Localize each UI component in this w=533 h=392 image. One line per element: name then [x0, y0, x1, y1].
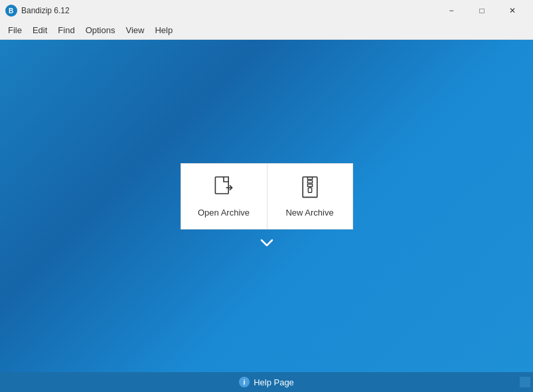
- title-left: B Bandizip 6.12: [5, 5, 70, 17]
- menu-view[interactable]: View: [120, 23, 149, 38]
- svg-rect-8: [308, 188, 311, 192]
- window-controls: − □ ✕: [436, 0, 528, 21]
- title-bar: B Bandizip 6.12 − □ ✕: [0, 0, 533, 21]
- title-text: Bandizip 6.12: [21, 6, 70, 15]
- maximize-button[interactable]: □: [467, 0, 497, 21]
- help-page-text: Help Page: [254, 377, 294, 387]
- close-button[interactable]: ✕: [497, 0, 528, 21]
- new-archive-icon: [297, 174, 323, 201]
- menu-bar: File Edit Find Options View Help: [0, 21, 533, 40]
- svg-rect-6: [307, 180, 312, 183]
- app-icon: B: [5, 5, 17, 17]
- status-bar: i Help Page: [0, 372, 533, 392]
- minimize-button[interactable]: −: [436, 0, 467, 21]
- svg-rect-7: [307, 184, 312, 187]
- new-archive-label: New Archive: [285, 208, 333, 218]
- help-icon: i: [239, 377, 250, 387]
- menu-edit[interactable]: Edit: [27, 23, 52, 38]
- cards-container: Open Archive New Archive: [181, 163, 353, 229]
- menu-help[interactable]: Help: [149, 23, 178, 38]
- svg-rect-4: [303, 177, 317, 198]
- svg-rect-5: [307, 177, 312, 180]
- main-content: Open Archive New Archive: [0, 40, 533, 372]
- open-archive-icon: [210, 174, 237, 201]
- help-page-area[interactable]: i Help Page: [239, 377, 294, 387]
- menu-file[interactable]: File: [3, 23, 27, 38]
- chevron-down-icon[interactable]: [260, 237, 273, 249]
- svg-text:B: B: [9, 7, 13, 15]
- status-bar-right-indicator: [520, 377, 530, 387]
- new-archive-card[interactable]: New Archive: [267, 163, 353, 229]
- open-archive-card[interactable]: Open Archive: [181, 163, 267, 229]
- menu-options[interactable]: Options: [80, 23, 121, 38]
- menu-find[interactable]: Find: [52, 23, 80, 38]
- open-archive-label: Open Archive: [198, 208, 250, 218]
